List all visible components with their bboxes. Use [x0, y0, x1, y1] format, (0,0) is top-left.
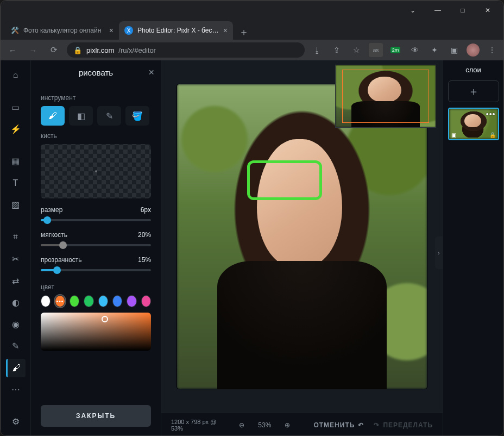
rail-contrast-tool[interactable]: ◐ [6, 293, 26, 312]
section-label-tool: инструмент [41, 94, 151, 102]
panel-close-icon[interactable]: × [148, 67, 154, 78]
canvas-wrap: › 1200 x 798 px @ 53% ⊖ 53% ⊕ ОТМЕНИТЬ↶ … [161, 60, 443, 436]
canvas-area[interactable]: › [161, 60, 443, 413]
tool-rail: ⌂▭⚡▦T▨⌗✂⇄◐◉✎🖌⋯⚙ [1, 60, 31, 436]
softness-value: 20% [138, 231, 151, 239]
install-app-icon[interactable]: ⭳ [310, 43, 324, 57]
browser-tab-active[interactable]: X Photo Editor: Pixlr X - бесплатны × [119, 21, 233, 40]
redo-icon: ↷ [374, 421, 380, 429]
tab-close-icon[interactable]: × [109, 26, 114, 35]
url-path: /ru/x/#editor [118, 46, 156, 54]
browser-menu-icon[interactable]: ⋮ [485, 43, 499, 57]
window-titlebar: ⌄ — □ ✕ [1, 1, 503, 20]
navigator[interactable] [335, 65, 436, 128]
gradient-cursor[interactable] [102, 316, 108, 322]
rail-pattern-tool[interactable]: ▨ [6, 196, 26, 214]
rail-adjust-tool[interactable]: ⇄ [6, 271, 26, 290]
canvas-info: 1200 x 798 px @ 53% [171, 419, 225, 432]
browser-urlbar: ← → ⟳ 🔒 pixlr.com/ru/x/#editor ⭳ ⇪ ☆ as … [1, 40, 503, 60]
browser-tab[interactable]: 🛠️ Фото калькулятор онлайн × [5, 21, 119, 40]
opacity-row: прозрачность 15% [41, 256, 151, 264]
drawtool-pencil[interactable]: ✎ [97, 106, 121, 126]
drawtool-eraser[interactable]: ◧ [69, 106, 93, 126]
size-value: 6px [141, 206, 151, 214]
zoom-value[interactable]: 53% [258, 421, 271, 429]
zoom-out-icon[interactable]: ⊖ [235, 418, 248, 432]
undo-button[interactable]: ОТМЕНИТЬ↶ [313, 421, 364, 429]
color-swatch[interactable] [112, 295, 122, 307]
softness-row: мягкость 20% [41, 231, 151, 239]
rail-home-tool[interactable]: ⌂ [6, 66, 26, 84]
window-caret-icon[interactable]: ⌄ [400, 2, 425, 18]
extension-window-icon[interactable]: ▣ [447, 43, 461, 57]
opacity-label: прозрачность [41, 256, 82, 264]
section-label-color: цвет [41, 283, 151, 291]
rail-layout-tool[interactable]: ▦ [6, 152, 26, 171]
back-button[interactable]: ← [5, 42, 20, 58]
rail-select-tool[interactable]: ▭ [6, 98, 26, 116]
share-icon[interactable]: ⇪ [330, 43, 344, 57]
add-layer-button[interactable]: ＋ [448, 80, 499, 102]
color-swatch[interactable] [84, 295, 93, 307]
pixlr-app: ⌂▭⚡▦T▨⌗✂⇄◐◉✎🖌⋯⚙ рисовать × инструмент 🖌◧… [1, 60, 503, 436]
tab-close-icon[interactable]: × [223, 26, 228, 35]
drawtool-fill[interactable]: 🪣 [125, 106, 149, 126]
window-maximize[interactable]: □ [450, 2, 475, 18]
tab-title: Фото калькулятор онлайн [23, 27, 105, 34]
rail-cut-tool[interactable]: ✂ [6, 250, 26, 268]
profile-avatar[interactable] [467, 43, 480, 57]
extensions-puzzle-icon[interactable]: ✦ [427, 43, 442, 57]
panel-title: рисовать [79, 68, 113, 77]
extension-badge[interactable]: 2m [388, 43, 402, 57]
softness-slider[interactable] [41, 241, 151, 250]
section-label-brush: кисть [41, 132, 151, 140]
layer-type-icon: ▣ [451, 132, 456, 138]
drawtool-brush[interactable]: 🖌 [41, 106, 65, 126]
color-gradient-picker[interactable] [41, 313, 151, 351]
size-label: размер [41, 206, 62, 214]
navigator-viewport[interactable] [342, 70, 429, 123]
size-slider[interactable] [41, 216, 151, 225]
color-swatch[interactable]: ••• [55, 295, 65, 307]
opacity-value: 15% [138, 256, 151, 264]
rail-draw-tool[interactable]: 🖌 [6, 359, 26, 377]
softness-label: мягкость [41, 231, 67, 239]
close-button[interactable]: ЗАКРЫТЬ [41, 405, 151, 427]
window-minimize[interactable]: — [425, 2, 450, 18]
extension-eye-icon[interactable]: 👁 [408, 43, 422, 57]
opacity-slider[interactable] [41, 266, 151, 275]
forward-button[interactable]: → [26, 42, 41, 58]
expand-right-tab[interactable]: › [435, 236, 443, 269]
address-bar[interactable]: 🔒 pixlr.com/ru/x/#editor [67, 42, 305, 58]
color-swatch[interactable] [127, 295, 136, 307]
extension-as[interactable]: as [369, 43, 383, 57]
panel-body: инструмент 🖌◧✎🪣 кисть размер 6px мягкост… [31, 84, 161, 397]
rail-heal-tool[interactable]: ✎ [6, 337, 26, 355]
url-domain: pixlr.com [86, 46, 114, 54]
layer-thumb[interactable]: ••• ▣🔒 [448, 108, 499, 140]
zoom-in-icon[interactable]: ⊕ [281, 418, 294, 432]
layers-panel: слои ＋ ••• ▣🔒 [443, 60, 503, 436]
canvas-footer: 1200 x 798 px @ 53% ⊖ 53% ⊕ ОТМЕНИТЬ↶ ↷П… [161, 413, 443, 436]
color-swatch[interactable] [98, 295, 108, 307]
layer-menu-icon[interactable]: ••• [486, 110, 496, 119]
brush-preview[interactable] [41, 144, 151, 198]
rail-more-tool[interactable]: ⋯ [6, 381, 26, 399]
rail-crop-tool[interactable]: ⌗ [6, 228, 26, 246]
color-swatch[interactable] [70, 295, 79, 307]
color-swatch[interactable] [141, 295, 151, 307]
rail-settings-tool[interactable]: ⚙ [6, 413, 26, 431]
size-row: размер 6px [41, 206, 151, 214]
color-swatch[interactable] [41, 295, 51, 307]
rail-text-tool[interactable]: T [6, 174, 26, 192]
undo-icon: ↶ [358, 421, 364, 429]
tool-picker: 🖌◧✎🪣 [41, 106, 151, 126]
rail-wand-tool[interactable]: ⚡ [6, 120, 26, 138]
new-tab-button[interactable]: ＋ [236, 24, 251, 40]
redo-button[interactable]: ↷ПЕРЕДЕЛАТЬ [374, 421, 433, 429]
canvas-photo[interactable] [177, 84, 427, 389]
window-close[interactable]: ✕ [475, 2, 500, 18]
rail-liquify-tool[interactable]: ◉ [6, 315, 26, 333]
reload-button[interactable]: ⟳ [46, 42, 61, 58]
bookmark-star-icon[interactable]: ☆ [349, 43, 363, 57]
